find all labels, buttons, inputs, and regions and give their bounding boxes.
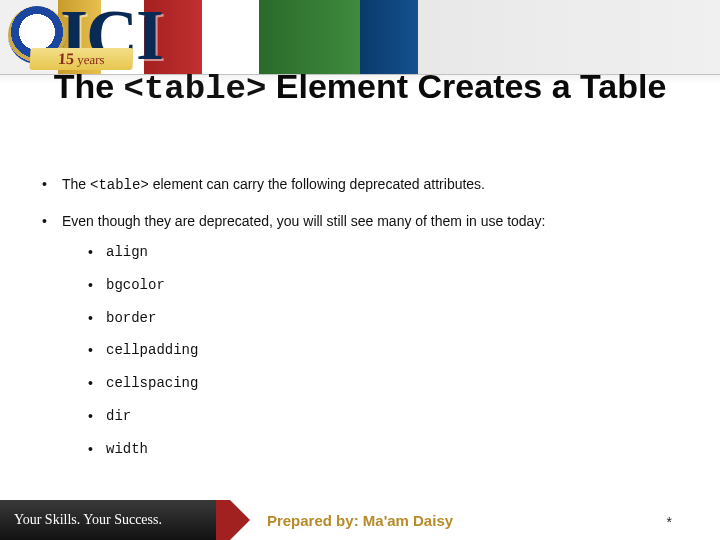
title-post: Element Creates a Table bbox=[266, 67, 666, 105]
attribute-item: cellpadding bbox=[86, 340, 682, 362]
ribbon-text: years bbox=[77, 52, 105, 67]
title-code: <table> bbox=[124, 70, 267, 108]
title-pre: The bbox=[54, 67, 124, 105]
attribute-item: width bbox=[86, 439, 682, 461]
bullet-item: The <table> element can carry the follow… bbox=[38, 174, 682, 197]
bullet-post: element can carry the following deprecat… bbox=[149, 176, 485, 192]
bullet-code: <table> bbox=[90, 177, 149, 193]
ribbon-years: 15 bbox=[58, 50, 75, 67]
bullet-pre: Even though they are deprecated, you wil… bbox=[62, 213, 545, 229]
attribute-item: dir bbox=[86, 406, 682, 428]
footer-tagline: Your Skills. Your Success. bbox=[14, 512, 162, 528]
bullet-item: Even though they are deprecated, you wil… bbox=[38, 211, 682, 461]
footer: Your Skills. Your Success. Prepared by: … bbox=[0, 500, 720, 540]
attribute-item: align bbox=[86, 242, 682, 264]
footer-tagline-banner: Your Skills. Your Success. bbox=[0, 500, 230, 540]
attribute-item: cellspacing bbox=[86, 373, 682, 395]
bullet-pre: The bbox=[62, 176, 90, 192]
slide-content: The <table> element can carry the follow… bbox=[38, 174, 682, 474]
slide-title: The <table> Element Creates a Table bbox=[0, 66, 720, 110]
header-banner: ICI 15 years bbox=[0, 0, 720, 75]
attribute-item: bgcolor bbox=[86, 275, 682, 297]
footer-wedge-icon bbox=[216, 500, 230, 540]
footer-marker: * bbox=[667, 514, 672, 530]
attribute-list: align bgcolor border cellpadding cellspa… bbox=[86, 242, 682, 460]
attribute-item: border bbox=[86, 308, 682, 330]
